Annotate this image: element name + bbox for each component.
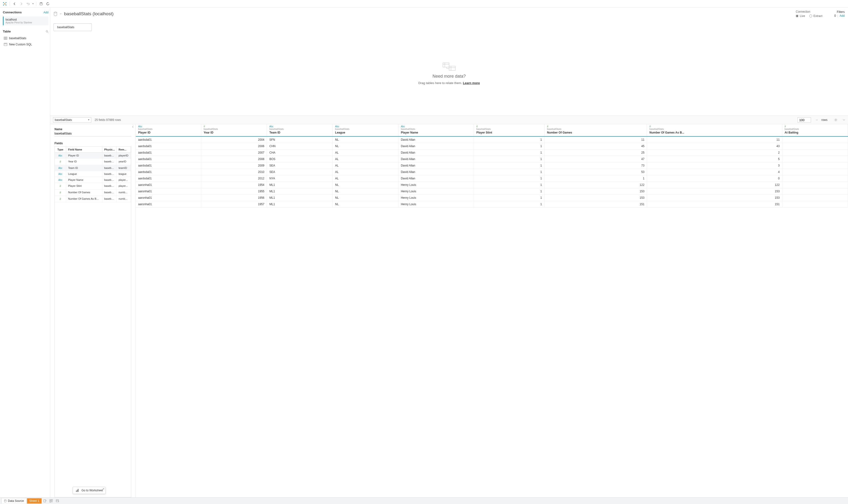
sheet-1-tab[interactable]: Sheet 1 [27, 498, 41, 504]
grid-column-header[interactable]: #baseballStatsYear ID [201, 124, 267, 137]
fields-table-header: Type Field Name Physic... Rem... [55, 147, 131, 152]
svg-rect-14 [4, 43, 7, 46]
filters-count: 0 [834, 14, 836, 17]
datasource-tab[interactable]: Data Source [1, 498, 26, 504]
refresh-button[interactable] [45, 1, 51, 7]
grid-column-header[interactable]: AbcbaseballStatsTeam ID [267, 124, 333, 137]
grid-column-header[interactable]: AbcbaseballStatsPlayer ID [136, 124, 201, 137]
save-button[interactable] [38, 1, 44, 7]
svg-rect-32 [51, 500, 53, 501]
grid-row[interactable]: aardsda012004SFNNLDavid Allan11111 [136, 137, 848, 143]
grid-row[interactable]: aardsda012009SEAALDavid Allan1733 [136, 162, 848, 169]
fields-pane: Name Fields Type Field Name Physic... Re… [50, 124, 136, 497]
undo-dropdown-icon[interactable] [32, 1, 34, 7]
connection-live-radio[interactable]: Live [796, 14, 805, 18]
field-row[interactable]: #Number Of Games As Batterbaseball...num… [55, 196, 131, 202]
grid-column-header[interactable]: AbcbaseballStatsPlayer Name [399, 124, 474, 137]
svg-rect-34 [56, 500, 58, 502]
sql-icon [4, 43, 7, 46]
table-icon [4, 37, 7, 40]
field-row[interactable]: #Number Of Gamesbaseball...numb... [55, 190, 131, 196]
svg-point-25 [835, 120, 836, 120]
datasource-title[interactable]: baseballStats (localhost) [64, 11, 113, 17]
svg-point-3 [3, 4, 4, 5]
new-worksheet-button[interactable] [42, 498, 48, 504]
search-tables-icon[interactable] [46, 30, 49, 33]
svg-rect-22 [449, 66, 455, 70]
field-row[interactable]: AbcPlayer Namebaseball...player... [55, 177, 131, 183]
svg-rect-19 [443, 63, 449, 67]
field-row[interactable]: AbcPlayer IDbaseball...playerID [55, 152, 131, 159]
connection-name: localhost [5, 18, 47, 21]
logical-table-select[interactable]: baseballStats [53, 117, 91, 123]
svg-rect-28 [78, 489, 78, 492]
sidebar-table-item[interactable]: baseballStats [3, 35, 49, 41]
grid-row[interactable]: aardsda012006CHNNLDavid Allan14543 [136, 143, 848, 149]
sidebar-table-item[interactable]: New Custom SQL [3, 41, 49, 48]
grid-row[interactable]: aardsda012007CHAALDavid Allan1252 [136, 149, 848, 156]
top-toolbar [0, 0, 848, 8]
connection-item[interactable]: localhost Apache Pinot by Startree [3, 17, 49, 25]
preview-controls-bar: baseballStats 25 fields 97889 rows → row… [50, 115, 848, 124]
svg-point-29 [4, 500, 6, 501]
grid-column-header[interactable]: AbcbaseballStatsLeague [333, 124, 399, 137]
connection-subtitle: Apache Pinot by Startree [5, 21, 47, 24]
svg-point-7 [46, 30, 48, 32]
grid-column-header[interactable]: #baseballStatsNumber Of Games [545, 124, 647, 137]
grid-settings-icon[interactable] [834, 118, 837, 122]
svg-rect-26 [76, 491, 77, 492]
logical-table-pill[interactable]: baseballStats [54, 23, 92, 31]
grid-row[interactable]: aardsda012008BOSALDavid Allan1475 [136, 156, 848, 162]
grid-row[interactable]: aardsda012012NYAALDavid Allan110 [136, 175, 848, 182]
svg-point-0 [4, 3, 5, 4]
rows-label: rows [822, 118, 827, 122]
svg-rect-31 [50, 500, 51, 501]
grid-column-header[interactable]: #baseballStatsNumber Of Games As B... [647, 124, 782, 137]
connections-label: Connections [3, 11, 22, 14]
svg-rect-27 [77, 490, 78, 492]
back-button[interactable] [12, 1, 17, 7]
svg-rect-6 [41, 3, 41, 3]
learn-more-link[interactable]: Learn more [463, 81, 480, 85]
svg-point-4 [6, 4, 6, 5]
grid-row[interactable]: aaronha011954ML1NLHenry Louis1122122 [136, 182, 848, 188]
undo-button[interactable] [25, 1, 31, 7]
field-row[interactable]: #Player Stintbaseball...player... [55, 183, 131, 190]
connection-extract-radio[interactable]: Extract [809, 14, 822, 18]
rows-go-icon[interactable]: → [815, 118, 818, 122]
svg-line-8 [48, 32, 48, 33]
add-connection-link[interactable]: Add [43, 11, 49, 14]
drag-hint: Drag tables here to relate them. [418, 81, 462, 85]
connection-mode-label: Connection [796, 10, 822, 13]
worksheet-tabs-bar: Data Source Sheet 1 [0, 497, 848, 504]
filters-label: Filters [834, 10, 845, 14]
new-story-button[interactable] [54, 498, 60, 504]
app-logo-icon[interactable] [2, 1, 8, 7]
grid-column-header[interactable]: #baseballStatsPlayer Stint [474, 124, 545, 137]
svg-point-1 [3, 2, 4, 3]
table-name-input[interactable] [54, 131, 131, 137]
relationships-canvas[interactable]: baseballStats Need more data? Drag table… [50, 20, 848, 115]
field-row[interactable]: AbcTeam IDbaseball...teamID [55, 165, 131, 171]
go-to-worksheet-tooltip[interactable]: Go to Worksheet ✕ [73, 487, 106, 494]
connections-sidebar: Connections Add localhost Apache Pinot b… [0, 8, 50, 497]
grid-column-header[interactable]: #baseballStatsAt Batting [782, 124, 848, 137]
worksheet-icon [75, 488, 79, 492]
field-row[interactable]: AbcLeaguebaseball...league [55, 171, 131, 177]
grid-dropdown-icon[interactable] [843, 119, 845, 121]
grid-row[interactable]: aaronha011956ML1NLHenry Louis1153153 [136, 195, 848, 201]
add-filter-link[interactable]: Add [840, 14, 845, 17]
field-row[interactable]: #Year IDbaseball...yearID [55, 159, 131, 165]
data-preview-grid[interactable]: AbcbaseballStatsPlayer ID#baseballStatsY… [136, 124, 848, 497]
new-dashboard-button[interactable] [48, 498, 54, 504]
grid-row[interactable]: aaronha011957ML1NLHenry Louis1151151 [136, 201, 848, 208]
grid-row[interactable]: aardsda012010SEAALDavid Allan1534 [136, 169, 848, 175]
forward-button[interactable] [18, 1, 24, 7]
fields-rows-summary: 25 fields 97889 rows [95, 118, 121, 122]
collapse-pane-icon[interactable] [132, 126, 134, 128]
svg-point-18 [54, 12, 57, 13]
grid-row[interactable]: aaronha011955ML1NLHenry Louis1153153 [136, 188, 848, 195]
datasource-dropdown-icon[interactable] [60, 13, 62, 15]
close-tooltip-icon[interactable]: ✕ [103, 487, 104, 490]
rows-limit-input[interactable] [798, 117, 811, 123]
